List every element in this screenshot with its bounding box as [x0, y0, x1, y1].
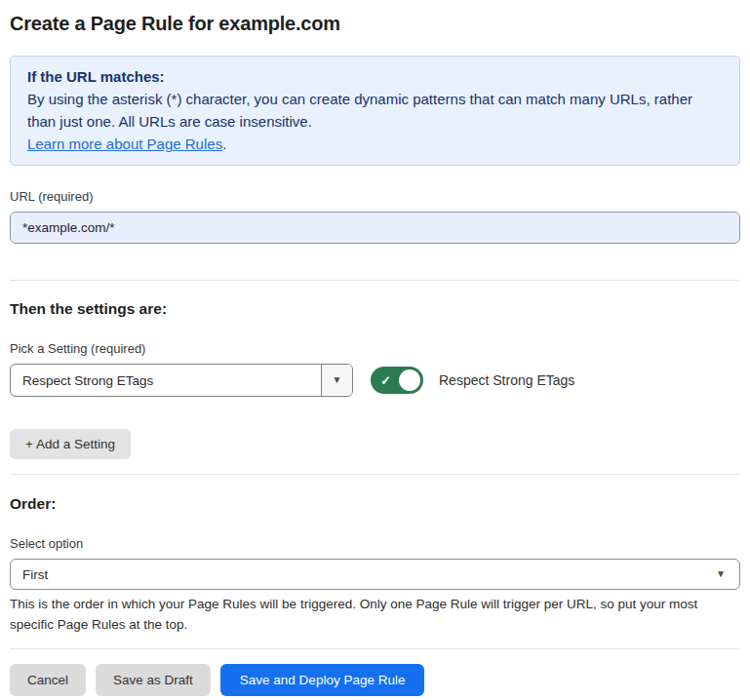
- divider: [10, 648, 740, 649]
- order-select[interactable]: First ▼: [10, 559, 740, 590]
- footer-actions: Cancel Save as Draft Save and Deploy Pag…: [10, 664, 740, 696]
- add-setting-button[interactable]: + Add a Setting: [10, 429, 131, 459]
- pick-setting-label: Pick a Setting (required): [10, 341, 740, 357]
- info-box-body: By using the asterisk (*) character, you…: [27, 88, 723, 133]
- divider: [10, 474, 740, 475]
- url-field-label: URL (required): [10, 189, 740, 205]
- url-match-info-box: If the URL matches: By using the asteris…: [10, 56, 740, 166]
- settings-section-heading: Then the settings are:: [10, 299, 740, 318]
- save-as-draft-button[interactable]: Save as Draft: [96, 664, 211, 696]
- setting-row: Respect Strong ETags ▼ ✓ Respect Strong …: [10, 364, 740, 397]
- check-icon: ✓: [380, 374, 391, 387]
- save-deploy-button[interactable]: Save and Deploy Page Rule: [220, 664, 425, 696]
- learn-more-link[interactable]: Learn more about Page Rules: [27, 136, 222, 152]
- info-box-heading: If the URL matches:: [27, 65, 723, 88]
- link-suffix: .: [222, 136, 226, 152]
- cancel-button[interactable]: Cancel: [10, 664, 86, 696]
- setting-dropdown-arrow-button[interactable]: ▼: [321, 365, 352, 396]
- info-box-link-line: Learn more about Page Rules.: [27, 133, 723, 155]
- order-description: This is the order in which your Page Rul…: [10, 594, 740, 635]
- page-title: Create a Page Rule for example.com: [10, 12, 740, 35]
- toggle-label: Respect Strong ETags: [439, 372, 574, 388]
- toggle-knob: [399, 369, 420, 391]
- chevron-down-icon: ▼: [716, 569, 726, 579]
- order-select-value: First: [22, 567, 48, 582]
- order-section-heading: Order:: [10, 494, 740, 513]
- etags-toggle[interactable]: ✓: [371, 367, 423, 394]
- url-input[interactable]: [10, 212, 740, 244]
- setting-dropdown[interactable]: Respect Strong ETags ▼: [10, 364, 353, 397]
- chevron-down-icon: ▼: [333, 375, 342, 385]
- setting-dropdown-value: Respect Strong ETags: [11, 365, 321, 396]
- order-select-label: Select option: [10, 536, 740, 552]
- divider: [10, 280, 740, 281]
